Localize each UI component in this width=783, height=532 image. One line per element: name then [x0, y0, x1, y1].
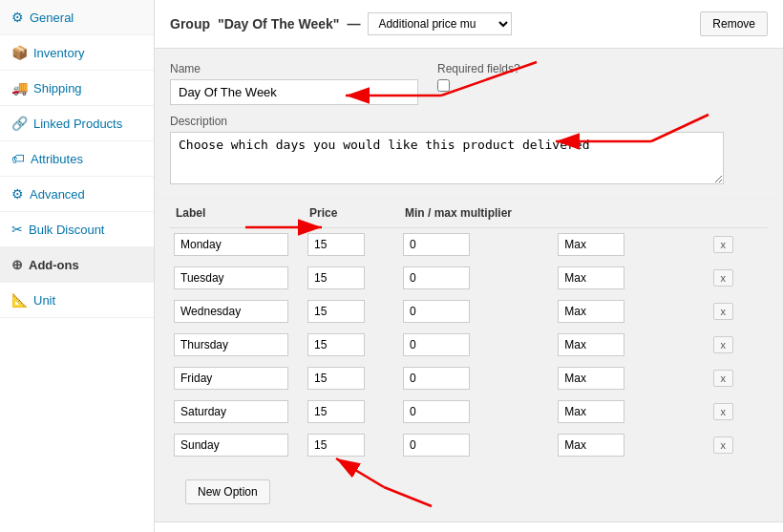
min-input[interactable]: [403, 233, 470, 256]
remove-button[interactable]: Remove: [700, 11, 768, 36]
label-cell: [170, 429, 304, 462]
remove-cell: x: [709, 395, 768, 429]
remove-row-button[interactable]: x: [713, 436, 734, 454]
sidebar-item-unit[interactable]: 📐 Unit: [0, 283, 154, 318]
remove-row-button[interactable]: x: [713, 403, 734, 420]
min-cell: [399, 329, 554, 362]
new-option-button[interactable]: New Option: [185, 479, 270, 504]
advanced-icon: ⚙: [11, 186, 24, 202]
max-input[interactable]: [558, 233, 624, 256]
sidebar-item-shipping-label: Shipping: [33, 81, 82, 96]
sidebar: ⚙ General 📦 Inventory 🚚 Shipping 🔗 Linke…: [0, 0, 155, 532]
max-cell: [554, 262, 709, 295]
remove-row-button[interactable]: x: [713, 370, 734, 387]
bulk-discount-icon: ✂: [11, 222, 23, 237]
group-type-dropdown[interactable]: Additional price mu: [368, 12, 512, 35]
group-prefix: Group: [170, 16, 210, 32]
price-cell: [304, 329, 399, 362]
description-textarea[interactable]: Choose which days you would like this pr…: [170, 132, 724, 184]
table-row: x: [170, 295, 768, 329]
table-row: x: [170, 429, 768, 462]
remove-cell: x: [709, 329, 768, 362]
table-row: x: [170, 395, 768, 429]
remove-cell: x: [709, 262, 768, 295]
sidebar-item-attributes[interactable]: 🏷 Attributes: [0, 141, 154, 177]
required-label: Required fields?: [437, 62, 520, 75]
price-input[interactable]: [307, 266, 365, 289]
remove-row-button[interactable]: x: [713, 269, 734, 287]
required-checkbox[interactable]: [437, 79, 450, 92]
name-group: Name: [170, 62, 418, 105]
general-icon: ⚙: [11, 10, 24, 25]
price-cell: [304, 362, 399, 395]
max-cell: [554, 228, 709, 262]
price-input[interactable]: [307, 400, 365, 423]
shipping-icon: 🚚: [11, 80, 28, 96]
remove-row-button[interactable]: x: [713, 303, 734, 320]
sidebar-item-bulk-discount[interactable]: ✂ Bulk Discount: [0, 212, 154, 247]
sidebar-item-general[interactable]: ⚙ General: [0, 0, 154, 35]
price-input[interactable]: [307, 300, 365, 323]
sidebar-item-add-ons-label: Add-ons: [29, 258, 79, 272]
min-cell: [399, 395, 554, 429]
label-input[interactable]: [174, 400, 288, 423]
name-label: Name: [170, 62, 418, 75]
label-input[interactable]: [174, 233, 288, 256]
options-table-wrapper: Label Price Min / max multiplier x: [155, 199, 783, 462]
min-input[interactable]: [403, 300, 470, 323]
min-input[interactable]: [403, 434, 470, 457]
footer: New add-on Import Export: [155, 521, 783, 532]
max-input[interactable]: [558, 400, 624, 423]
sidebar-item-advanced[interactable]: ⚙ Advanced: [0, 177, 154, 212]
price-input[interactable]: [307, 233, 365, 256]
label-cell: [170, 329, 304, 362]
description-group: Description Choose which days you would …: [170, 115, 768, 184]
label-cell: [170, 228, 304, 262]
price-input[interactable]: [307, 367, 365, 390]
max-input[interactable]: [558, 367, 624, 390]
max-cell: [554, 429, 709, 462]
max-input[interactable]: [558, 434, 624, 457]
group-name: "Day Of The Week": [218, 16, 339, 32]
label-input[interactable]: [174, 333, 288, 356]
new-option-area: New Option: [155, 462, 783, 521]
form-section: Name Required fields? Description Choose…: [155, 49, 783, 199]
group-dash: —: [347, 16, 360, 32]
max-input[interactable]: [558, 333, 624, 356]
price-input[interactable]: [307, 434, 365, 457]
price-input[interactable]: [307, 333, 365, 356]
col-header-minmax: Min / max multiplier: [399, 199, 768, 228]
remove-row-button[interactable]: x: [713, 336, 734, 353]
table-row: x: [170, 329, 768, 362]
sidebar-item-linked-products-label: Linked Products: [33, 117, 122, 131]
label-cell: [170, 395, 304, 429]
content-area: Group "Day Of The Week" — Additional pri…: [155, 0, 783, 532]
remove-row-button[interactable]: x: [713, 236, 734, 253]
label-input[interactable]: [174, 266, 288, 289]
remove-cell: x: [709, 228, 768, 262]
min-input[interactable]: [403, 266, 470, 289]
label-input[interactable]: [174, 434, 288, 457]
sidebar-item-add-ons[interactable]: ⊕ Add-ons: [0, 247, 154, 283]
sidebar-item-unit-label: Unit: [33, 293, 55, 308]
linked-products-icon: 🔗: [11, 116, 28, 131]
add-ons-icon: ⊕: [11, 257, 23, 272]
table-row: x: [170, 362, 768, 395]
min-cell: [399, 362, 554, 395]
label-input[interactable]: [174, 300, 288, 323]
remove-cell: x: [709, 295, 768, 329]
sidebar-item-inventory[interactable]: 📦 Inventory: [0, 35, 154, 71]
min-input[interactable]: [403, 333, 470, 356]
label-input[interactable]: [174, 367, 288, 390]
unit-icon: 📐: [11, 292, 28, 308]
table-row: x: [170, 262, 768, 295]
max-input[interactable]: [558, 300, 624, 323]
sidebar-item-shipping[interactable]: 🚚 Shipping: [0, 71, 154, 106]
group-title: Group "Day Of The Week" — Additional pri…: [170, 12, 512, 35]
name-input[interactable]: [170, 79, 418, 105]
sidebar-item-linked-products[interactable]: 🔗 Linked Products: [0, 106, 154, 141]
max-input[interactable]: [558, 266, 624, 289]
min-input[interactable]: [403, 400, 470, 423]
inventory-icon: 📦: [11, 45, 28, 60]
min-input[interactable]: [403, 367, 470, 390]
